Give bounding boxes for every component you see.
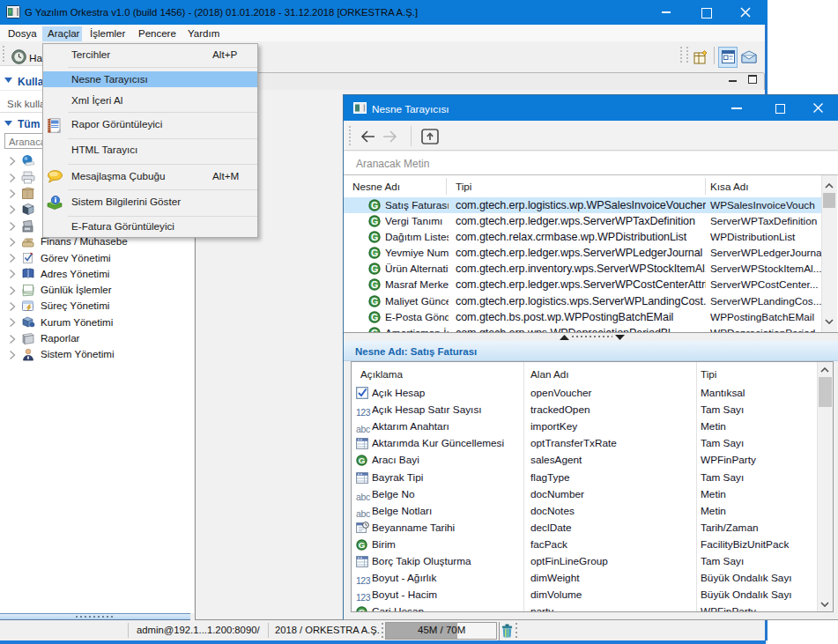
svg-text:G: G [359,456,366,466]
svg-text:G: G [371,296,378,307]
svg-text:G: G [371,263,378,274]
svg-text:G: G [371,232,378,242]
svg-text:G: G [371,248,378,258]
svg-text:G: G [371,279,378,290]
svg-text:G: G [371,312,378,322]
svg-text:G: G [371,200,378,211]
svg-text:G: G [359,540,366,550]
svg-text:G: G [371,216,378,226]
svg-text:G: G [359,607,366,612]
